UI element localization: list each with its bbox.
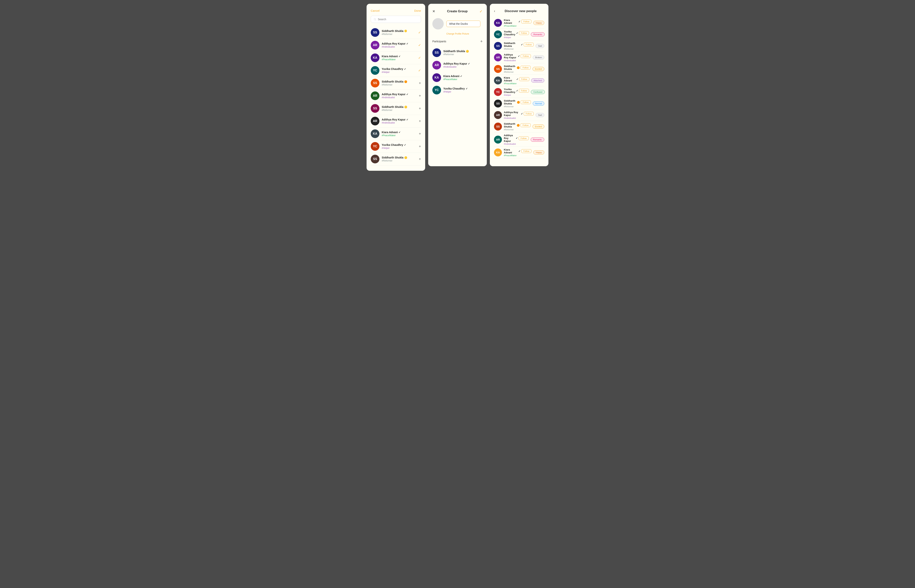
contact-tag: #Reformer <box>382 33 418 36</box>
mood-badge: Romantic <box>531 137 544 142</box>
contact-name: Yuvika Chaudhry✓ <box>382 68 418 71</box>
discover-person-info: Yuvika Chaudhry✓Follow#Helper <box>504 88 531 96</box>
avatar: SS <box>371 28 379 37</box>
group-avatar[interactable] <box>432 18 444 29</box>
discover-person-info: Siddharth Shukla🟠Follow#Reformer <box>504 123 533 131</box>
back-button[interactable]: ‹ <box>494 9 495 13</box>
contact-row[interactable]: ARAdithya Roy Kapur✓#Individualist+ <box>371 115 421 128</box>
remove-contact-button[interactable]: ✓ <box>418 31 421 35</box>
discover-person-info: Kiara Advani✓Follow#PeaceMaker <box>504 148 533 157</box>
add-contact-button[interactable]: + <box>419 107 421 111</box>
panel1-header: Cancel Done <box>371 9 421 12</box>
contact-row[interactable]: SSSiddharth Shukla🟡#Reformer+ <box>371 153 421 165</box>
contact-name: Siddharth Shukla🟡 <box>382 105 419 108</box>
confirm-button[interactable]: ✓ <box>479 9 483 14</box>
contact-row[interactable]: SSSiddharth Shukla🟡#Reformer+ <box>371 102 421 115</box>
contact-info: Kiara Advani✓#PeaceMaker <box>382 55 418 61</box>
follow-button[interactable]: Follow <box>519 77 530 81</box>
add-contact-button[interactable]: + <box>419 144 421 149</box>
mood-badge: Sad <box>536 113 544 117</box>
contact-row[interactable]: KAKiara Advani✓#PeaceMaker✓ <box>371 52 421 64</box>
discover-person-tag: #PeaceMaker <box>504 25 533 27</box>
contact-name: Adithya Roy Kapur✓ <box>382 118 419 121</box>
participant-name: Adithya Roy Kapur✓ <box>443 62 483 65</box>
discover-person-name: Siddharth Shukla🟠Follow <box>504 99 533 105</box>
discover-person-info: Yuvika Chaudhry✓Follow#Helper <box>504 30 531 39</box>
discover-person-info: Siddharth Shukla🟠Follow#Reformer <box>504 65 533 73</box>
contact-row[interactable]: SSSiddharth Shukla🟠#Reformer+ <box>371 77 421 89</box>
discover-person-tag: #Individualist <box>504 117 536 119</box>
contact-info: Yuvika Chaudhry✓#Helper <box>382 143 419 149</box>
contact-row[interactable]: YCYuvika Chaudhry✓#Helper+ <box>371 140 421 153</box>
discover-person-tag: #Reformer <box>504 48 536 50</box>
contact-row[interactable]: YCYuvika Chaudhry✓#Helper✓ <box>371 64 421 77</box>
svg-line-1 <box>376 20 376 20</box>
discover-person-tag: #PeaceMaker <box>504 82 531 85</box>
follow-button[interactable]: Follow <box>521 100 531 104</box>
contact-tag: #Reformer <box>382 160 419 162</box>
mood-badge: Broken <box>533 55 544 60</box>
contact-row[interactable]: SSSiddharth Shukla🟡#Reformer✓ <box>371 26 421 39</box>
follow-button[interactable]: Follow <box>521 54 531 58</box>
contact-row[interactable]: ARAdithya Roy Kapur✓#Individualist✓ <box>371 39 421 52</box>
contact-name: Adithya Roy Kapur✓ <box>382 42 418 45</box>
follow-button[interactable]: Follow <box>524 43 534 47</box>
panel3-header: ‹ Discover new people <box>494 9 544 13</box>
mood-badge: Romantic <box>531 32 544 36</box>
close-button[interactable]: ✕ <box>432 9 435 13</box>
panel-contact-selection: Cancel Done SSSiddharth Shukla🟡#Reformer… <box>366 4 425 171</box>
search-input[interactable] <box>378 18 418 21</box>
add-contact-button[interactable]: + <box>419 94 421 98</box>
cancel-button[interactable]: Cancel <box>371 9 380 12</box>
contact-tag: #PeaceMaker <box>382 58 418 61</box>
contact-info: Kiara Advani✓#PeaceMaker <box>382 131 419 137</box>
follow-button[interactable]: Follow <box>519 31 529 35</box>
group-name-input[interactable] <box>446 21 480 27</box>
discover-person-name: Kiara Advani✓Follow <box>504 76 531 82</box>
follow-button[interactable]: Follow <box>520 66 531 69</box>
discover-row: SSSiddharth Shukla✓Follow#ReformerSad <box>494 40 544 52</box>
follow-button[interactable]: Follow <box>520 123 531 127</box>
discover-person-info: Kiara Advani✓Follow#PeaceMaker <box>504 19 533 27</box>
follow-button[interactable]: Follow <box>521 19 531 23</box>
follow-button[interactable]: Follow <box>518 136 529 140</box>
add-contact-button[interactable]: + <box>419 157 421 161</box>
contact-row[interactable]: KAKiara Advani✓#PeaceMaker+ <box>371 128 421 140</box>
discover-row: SSSiddharth Shukla🟠Follow#ReformerNormal <box>494 98 544 109</box>
group-setup <box>432 18 483 29</box>
verify-icon: 🟠 <box>404 80 407 83</box>
follow-button[interactable]: Follow <box>519 89 529 92</box>
remove-contact-button[interactable]: ✓ <box>418 68 421 73</box>
remove-contact-button[interactable]: ✓ <box>418 56 421 60</box>
contact-info: Adithya Roy Kapur✓#Individualist <box>382 93 419 99</box>
discover-person-name: Adithya Roy Kapur✓Follow <box>504 53 533 59</box>
add-contact-button[interactable]: + <box>419 132 421 136</box>
verify-icon: ✓ <box>516 78 518 81</box>
verify-icon: 🟡 <box>466 50 469 53</box>
mood-badge: Excited <box>533 124 544 129</box>
remove-contact-button[interactable]: ✓ <box>418 43 421 47</box>
participant-row: SSSiddharth Shukla🟡#Reformer <box>432 47 483 59</box>
contact-name: Siddharth Shukla🟠 <box>382 80 419 83</box>
discover-row: ARAdithya Roy Kapur✓Follow#Individualist… <box>494 52 544 63</box>
discover-person-name: Adithya Roy Kapur✓Follow <box>504 111 536 116</box>
discover-person-info: Adithya Roy Kapur✓Follow#Individualist <box>504 111 536 119</box>
contact-info: Adithya Roy Kapur✓#Individualist <box>382 42 418 48</box>
add-contact-button[interactable]: + <box>419 119 421 123</box>
avatar: SS <box>432 48 441 57</box>
contact-name: Siddharth Shukla🟡 <box>382 29 418 32</box>
contact-info: Siddharth Shukla🟡#Reformer <box>382 29 418 36</box>
follow-button[interactable]: Follow <box>524 112 534 116</box>
follow-button[interactable]: Follow <box>521 149 531 153</box>
change-profile-picture-button[interactable]: Change Profile Picture <box>446 32 483 35</box>
add-contact-button[interactable]: + <box>419 81 421 86</box>
participant-info: Kiara Advani✓#PeaceMaker <box>443 74 483 81</box>
avatar: KA <box>494 76 502 84</box>
verify-icon: 🟠 <box>517 124 520 127</box>
add-participant-button[interactable]: + <box>480 39 483 44</box>
mood-badge: Confused <box>531 90 545 94</box>
contact-tag: #Reformer <box>382 84 419 86</box>
verify-icon: ✓ <box>516 32 518 35</box>
done-button[interactable]: Done <box>414 9 421 12</box>
contact-row[interactable]: ARAdithya Roy Kapur✓#Individualist+ <box>371 89 421 102</box>
